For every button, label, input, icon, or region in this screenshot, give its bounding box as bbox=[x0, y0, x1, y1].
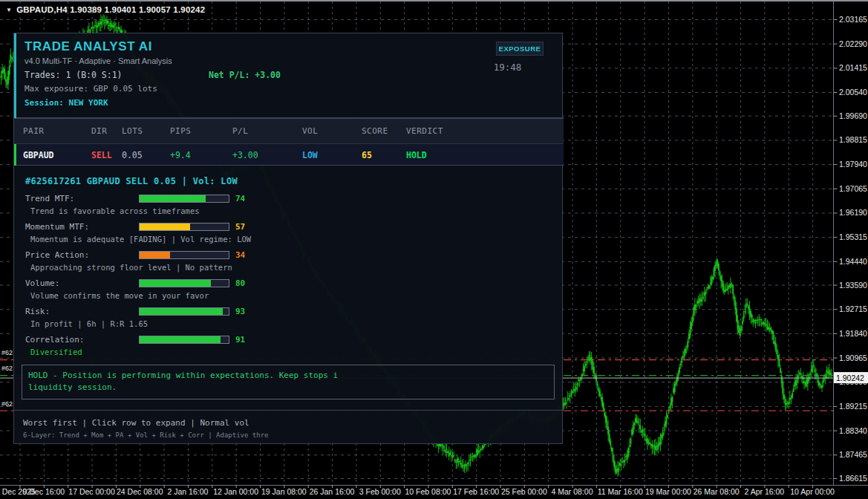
time-label: 17 Dec 00:00 bbox=[68, 487, 115, 496]
row-cell-pair: GBPAUD bbox=[23, 150, 54, 160]
price-label: 1.97065 bbox=[839, 184, 867, 193]
time-label: 11 Mar 16:00 bbox=[598, 487, 643, 496]
metric-bar-track bbox=[139, 251, 229, 259]
metric-row: Momentum MTF:57Momentum is adequate [FAD… bbox=[14, 222, 564, 250]
metric-label: Trend MTF: bbox=[25, 194, 74, 203]
col-header-pl: P/L bbox=[232, 126, 248, 136]
verdict-message-line1: HOLD - Position is performing within exp… bbox=[28, 370, 548, 382]
metric-label: Volume: bbox=[25, 278, 59, 288]
metric-bar-fill bbox=[140, 224, 190, 230]
metric-bar-fill bbox=[140, 308, 223, 315]
price-label: 2.03165 bbox=[839, 15, 867, 24]
col-header-lots: LOTS bbox=[122, 126, 143, 136]
panel-title: TRADE ANALYST AI bbox=[25, 39, 152, 54]
verdict-message-line2: liquidity session. bbox=[28, 382, 548, 394]
symbol-ohlc-text: GBPAUD,H4 1.90389 1.90401 1.90057 1.9024… bbox=[16, 5, 205, 14]
footer-layers: 6-Layer: Trend + Mom + PA + Vol + Risk +… bbox=[23, 431, 269, 439]
order-label: #62 bbox=[1, 349, 13, 356]
row-cell-dir: SELL bbox=[91, 150, 112, 160]
price-axis[interactable]: 2.031652.022902.014152.005401.996901.988… bbox=[834, 15, 868, 483]
metric-note: Volume confirms the move in your favor bbox=[30, 291, 209, 300]
price-label: 1.99690 bbox=[839, 111, 867, 120]
order-label: #62 bbox=[1, 365, 13, 372]
price-label: 1.95315 bbox=[839, 232, 867, 241]
time-label: 12 Jan 00:00 bbox=[213, 487, 258, 496]
metric-note: Approaching strong floor level | No patt… bbox=[30, 263, 232, 272]
metric-bar-fill bbox=[140, 252, 170, 258]
metric-bar-track bbox=[139, 223, 229, 231]
verdict-message-box: HOLD - Position is performing within exp… bbox=[22, 365, 555, 399]
price-label: 1.92715 bbox=[839, 304, 867, 313]
panel-header: TRADE ANALYST AI v4.0 Multi-TF · Adaptiv… bbox=[14, 33, 564, 118]
metric-bar-fill bbox=[140, 195, 206, 202]
panel-subtitle: v4.0 Multi-TF · Adaptive · Smart Analysi… bbox=[25, 56, 172, 65]
row-cell-score: 65 bbox=[362, 150, 372, 160]
metric-value: 34 bbox=[235, 250, 245, 260]
trade-analyst-panel: TRADE ANALYST AI v4.0 Multi-TF · Adaptiv… bbox=[13, 33, 563, 444]
col-header-dir: DIR bbox=[91, 126, 107, 136]
metric-row: Trend MTF:74Trend is favorable across ti… bbox=[14, 194, 564, 222]
time-label: 2 Apr 16:00 bbox=[744, 487, 784, 496]
price-label: 1.87465 bbox=[839, 450, 867, 459]
metric-label: Risk: bbox=[25, 307, 50, 316]
metric-label: Correlation: bbox=[25, 335, 84, 345]
clock-text: 19:48 bbox=[480, 62, 535, 73]
time-axis[interactable]: 2 Dec 20259 Dec 16:0017 Dec 00:0024 Dec … bbox=[0, 485, 835, 496]
metric-value: 91 bbox=[235, 335, 245, 345]
time-label: 2 Jan 16:00 bbox=[168, 487, 209, 496]
metric-note: Momentum is adequate [FADING] | Vol regi… bbox=[30, 235, 251, 244]
metric-value: 74 bbox=[235, 194, 245, 203]
col-header-score: SCORE bbox=[362, 126, 388, 136]
exposure-button[interactable]: EXPOSURE bbox=[496, 42, 544, 56]
metric-label: Price Action: bbox=[25, 250, 89, 260]
time-label: 19 Jan 08:00 bbox=[261, 487, 307, 496]
metric-label: Momentum MTF: bbox=[25, 222, 89, 232]
row-cell-lots: 0.05 bbox=[122, 150, 143, 160]
time-label: 26 Jan 16:00 bbox=[310, 487, 355, 496]
order-label: #62 bbox=[1, 400, 13, 408]
time-label: 17 Feb 16:00 bbox=[453, 487, 499, 496]
price-label: 1.89215 bbox=[839, 402, 867, 411]
metric-value: 57 bbox=[235, 222, 245, 232]
positions-table-header: PAIRDIRLOTSPIPSP/LVOLSCOREVERDICT bbox=[14, 118, 564, 144]
metric-note: Trend is favorable across timeframes bbox=[30, 206, 200, 215]
col-header-pair: PAIR bbox=[23, 126, 45, 136]
time-label: 24 Dec 08:00 bbox=[117, 487, 163, 496]
time-label: 10 Apr 00:00 bbox=[790, 487, 835, 496]
current-price-label: 1.90242 bbox=[836, 374, 864, 382]
max-exposure-text: Max exposure: GBP 0.05 lots bbox=[25, 84, 157, 94]
row-cell-verdict: HOLD bbox=[406, 150, 427, 160]
price-label: 2.00540 bbox=[839, 88, 867, 97]
price-label: 2.02290 bbox=[839, 39, 867, 48]
metric-bar-track bbox=[139, 279, 229, 287]
time-label: 3 Feb 00:00 bbox=[359, 487, 401, 496]
col-header-verdict: VERDICT bbox=[406, 126, 443, 136]
price-label: 1.91840 bbox=[839, 329, 867, 338]
metric-note: In profit | 6h | R:R 1.65 bbox=[30, 319, 148, 328]
metric-bar-track bbox=[139, 336, 229, 344]
mt4-chart-window: #62#62#622.031652.022902.014152.005401.9… bbox=[0, 0, 868, 499]
metric-bar-track bbox=[139, 195, 229, 203]
price-label: 1.90965 bbox=[839, 353, 867, 362]
net-pl-value: Net P/L: +3.00 bbox=[209, 70, 281, 80]
chart-collapse-icon[interactable]: ▼ bbox=[6, 7, 12, 13]
session-text: Session: NEW YORK bbox=[25, 98, 108, 108]
price-label: 1.96190 bbox=[839, 208, 867, 217]
time-label: 4 Mar 08:00 bbox=[552, 487, 593, 496]
position-row-gbpaud[interactable]: GBPAUDSELL0.05+9.4+3.00LOW65HOLD bbox=[14, 144, 564, 166]
price-label: 1.98815 bbox=[839, 135, 867, 144]
chart-symbol-title: ▼ GBPAUD,H4 1.90389 1.90401 1.90057 1.90… bbox=[6, 5, 205, 14]
metric-note: Diversified bbox=[30, 348, 82, 356]
header-accent-bar bbox=[14, 33, 16, 118]
window-top-edge bbox=[0, 0, 868, 1]
price-label: 1.86615 bbox=[839, 474, 867, 483]
metric-bar-track bbox=[139, 307, 229, 316]
price-label: 1.88340 bbox=[839, 426, 867, 435]
row-accent-bar bbox=[14, 144, 16, 166]
time-label: 10 Feb 08:00 bbox=[405, 487, 451, 496]
metric-row: Correlation:91Diversified bbox=[14, 335, 564, 363]
price-label: 1.94440 bbox=[839, 257, 867, 266]
col-header-pips: PIPS bbox=[170, 126, 192, 136]
metric-row: Volume:80Volume confirms the move in you… bbox=[14, 278, 564, 307]
footer-divider bbox=[14, 410, 564, 411]
